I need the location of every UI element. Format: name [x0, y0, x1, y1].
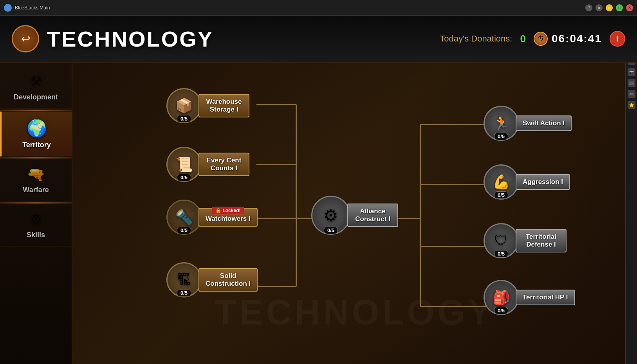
territorial-hp-count: 0/5: [494, 307, 508, 314]
territorial-defense-label-box: TerritorialDefense I: [516, 229, 567, 253]
swift-action-icon-wrap: 🏃 0/5: [484, 106, 519, 141]
nav-divider-1: [0, 110, 72, 111]
nav-divider-2: [0, 157, 72, 159]
sidebar-item-territory[interactable]: 🌍 Territory: [0, 112, 72, 157]
main-content: TECHNOLOGY: [72, 63, 637, 364]
territorial-hp-icon-wrap: 🎒 0/5: [484, 280, 519, 315]
solid-construction-label: SolidConstruction I: [206, 272, 251, 287]
aggression-count: 0/5: [494, 191, 508, 199]
warehouse-label: WarehouseStorage I: [206, 98, 242, 113]
bs-btn-5[interactable]: ⌨: [628, 79, 635, 87]
sidebar-label-skills: Skills: [27, 231, 45, 239]
warehouse-icon-wrap: 📦 0/5: [166, 88, 202, 123]
territorial-defense-icon-wrap: 🛡 0/5: [484, 223, 519, 258]
title-bar-text: BlueStacks Main: [15, 5, 585, 11]
territorial-hp-img: 🎒: [493, 289, 510, 306]
warehouse-label-box: WarehouseStorage I: [198, 94, 249, 118]
every-cent-label-box: Every CentCounts I: [198, 153, 249, 177]
warehouse-img: 📦: [175, 97, 193, 114]
solid-construction-icon-wrap: 🏗 0/5: [166, 262, 202, 297]
territorial-defense-label: TerritorialDefense I: [526, 233, 556, 248]
every-cent-count: 0/5: [177, 174, 191, 181]
sidebar-item-skills[interactable]: ⚙ Skills: [0, 204, 72, 247]
game-area: ↩ TECHNOLOGY Today's Donations: 0 ⏱ 06:0…: [0, 16, 637, 364]
every-cent-label: Every CentCounts I: [207, 157, 242, 172]
maximize-button[interactable]: □: [616, 4, 623, 11]
aggression-label: Aggression I: [523, 178, 563, 186]
aggression-icon-wrap: 💪 0/5: [484, 164, 519, 200]
page-title: TECHNOLOGY: [47, 26, 440, 52]
node-solid-construction[interactable]: 🏗 0/5 SolidConstruction I: [166, 262, 261, 297]
alliance-icon-wrap: ⚙ 0/5: [311, 196, 350, 235]
sidebar-label-warfare: Warfare: [23, 186, 49, 194]
swift-action-label-box: Swift Action I: [516, 115, 572, 131]
node-territorial-defense[interactable]: 🛡 0/5 TerritorialDefense I: [484, 223, 570, 258]
donations-value: 0: [520, 33, 525, 45]
sidebar-label-territory: Territory: [22, 141, 51, 149]
sidebar-item-warfare[interactable]: 🔫 Warfare: [0, 159, 72, 202]
bs-btn-7[interactable]: ⭐: [628, 101, 635, 109]
bs-right-bar: ⚙ 📱 🔊 📸 ⌨ 🎮 ⭐: [625, 31, 637, 364]
bs-btn-6[interactable]: 🎮: [628, 90, 635, 98]
solid-construction-count: 0/5: [177, 289, 191, 297]
title-bar: BlueStacks Main ? ≡ — □ ✕: [0, 0, 637, 16]
game-header: ↩ TECHNOLOGY Today's Donations: 0 ⏱ 06:0…: [0, 16, 637, 63]
every-cent-icon-wrap: 📜 0/5: [166, 147, 202, 182]
watchtowers-label: Watchtowers I: [206, 215, 251, 223]
swift-action-label: Swift Action I: [523, 119, 565, 127]
node-every-cent[interactable]: 📜 0/5 Every CentCounts I: [166, 147, 253, 182]
bs-btn-4[interactable]: 📸: [628, 68, 635, 76]
minimize-button[interactable]: —: [606, 4, 613, 11]
side-nav: ⚒ Development 🌍 Territory 🔫 Warfare ⚙ Sk…: [0, 63, 72, 364]
node-alliance-construct[interactable]: ⚙ 0/5 AllianceConstruct I: [311, 196, 401, 235]
warehouse-count: 0/5: [177, 115, 191, 123]
close-button[interactable]: ✕: [626, 4, 633, 11]
warfare-icon: 🔫: [27, 166, 45, 183]
swift-action-count: 0/5: [494, 133, 508, 140]
aggression-img: 💪: [493, 174, 510, 190]
solid-construction-label-box: SolidConstruction I: [198, 268, 258, 292]
development-icon: ⚒: [30, 74, 42, 90]
node-territorial-hp[interactable]: 🎒 0/5 Territorial HP I: [484, 280, 578, 315]
territorial-defense-count: 0/5: [494, 250, 508, 258]
solid-construction-img: 🏗: [177, 272, 191, 288]
nav-divider-3: [0, 202, 72, 204]
every-cent-img: 📜: [175, 156, 193, 173]
watchtowers-count: 0/5: [177, 227, 191, 234]
window-controls: ? ≡ — □ ✕: [585, 4, 633, 11]
help-button[interactable]: ?: [585, 4, 592, 11]
header-right: Today's Donations: 0 ⏱ 06:04:41 !: [440, 31, 625, 47]
alliance-count: 0/5: [324, 227, 338, 234]
territorial-hp-label-box: Territorial HP I: [516, 290, 575, 305]
timer-value: 06:04:41: [552, 32, 602, 45]
donations-label: Today's Donations:: [440, 34, 512, 44]
alliance-img: ⚙: [323, 206, 338, 225]
timer-icon: ⏱: [534, 32, 548, 46]
alliance-label-box: AllianceConstruct I: [347, 204, 398, 227]
node-aggression[interactable]: 💪 0/5 Aggression I: [484, 164, 573, 200]
node-warehouse-storage[interactable]: 📦 0/5 WarehouseStorage I: [166, 88, 253, 123]
menu-button[interactable]: ≡: [595, 4, 603, 11]
back-button[interactable]: ↩: [12, 25, 39, 52]
territorial-defense-img: 🛡: [494, 232, 508, 249]
watchtowers-icon-wrap: 🔦 0/5: [166, 200, 202, 235]
watchtowers-label-box: 🔒 Locked! Watchtowers I: [198, 208, 258, 227]
alert-button[interactable]: !: [610, 31, 625, 47]
locked-badge: 🔒 Locked!: [212, 207, 244, 214]
timer-container: ⏱ 06:04:41: [534, 32, 602, 46]
territory-icon: 🌍: [27, 119, 47, 138]
sidebar-label-development: Development: [14, 93, 58, 101]
node-watchtowers[interactable]: 🔦 0/5 🔒 Locked! Watchtowers I: [166, 200, 261, 235]
swift-action-img: 🏃: [493, 115, 510, 132]
back-icon: ↩: [21, 32, 30, 45]
territorial-hp-label: Territorial HP I: [523, 294, 568, 301]
bluestacks-logo: [4, 4, 12, 12]
skills-icon: ⚙: [30, 211, 42, 228]
aggression-label-box: Aggression I: [516, 174, 570, 190]
sidebar-item-development[interactable]: ⚒ Development: [0, 67, 72, 109]
watchtowers-img: 🔦: [175, 209, 193, 225]
node-swift-action[interactable]: 🏃 0/5 Swift Action I: [484, 106, 575, 141]
alliance-label: AllianceConstruct I: [355, 207, 390, 223]
